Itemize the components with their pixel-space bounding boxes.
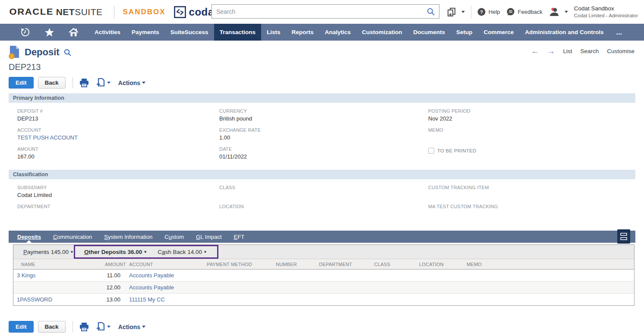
primary-col-2: CURRENCY British pound EXCHANGE RATE 1.0… — [211, 108, 420, 165]
field-posting-period: POSTING PERIOD Nov 2022 — [428, 108, 635, 122]
nav-item-documents[interactable]: Documents — [407, 24, 451, 41]
tab-deposits[interactable]: Deposits — [11, 231, 47, 243]
list-link[interactable]: List — [563, 48, 572, 54]
print-button[interactable] — [79, 78, 89, 88]
cell-name-link[interactable]: 3 Kings — [13, 270, 100, 282]
quicklinks: ← → List Search Customise — [531, 47, 635, 55]
classification-col-1: SUBSIDIARY Codat Limited DEPARTMENT — [9, 185, 211, 223]
attach-document-menu[interactable] — [95, 322, 110, 332]
back-arrow-button[interactable]: ← — [531, 47, 539, 55]
column-number: NUMBER — [271, 259, 314, 270]
cell-class — [369, 270, 414, 282]
create-new-menu[interactable] — [446, 7, 465, 17]
nav-item-commerce[interactable]: Commerce — [478, 24, 520, 41]
account-link[interactable]: TEST PUSH ACCOUNT — [17, 134, 211, 141]
cell-memo — [461, 294, 634, 306]
field-currency: CURRENCY British pound — [219, 108, 420, 122]
nav-item-setup[interactable]: Setup — [451, 24, 478, 41]
cell-department — [314, 270, 369, 282]
nav-item-suitesuccess[interactable]: SuiteSuccess — [165, 24, 214, 41]
chevron-down-icon — [142, 326, 145, 328]
cell-account-link[interactable]: 111115 My CC — [124, 294, 202, 306]
home-icon[interactable] — [61, 27, 85, 38]
cell-class — [369, 294, 414, 306]
column-memo: MEMO — [461, 259, 634, 270]
global-search-input[interactable] — [212, 8, 426, 15]
search-link[interactable]: Search — [580, 48, 599, 54]
record-tabs: Deposits Communication System Informatio… — [9, 231, 635, 243]
main-nav: Activities Payments SuiteSuccess Transac… — [0, 24, 644, 41]
chevron-down-icon — [107, 82, 110, 84]
cell-location — [414, 270, 461, 282]
column-payment-method: PAYMENT METHOD — [202, 259, 271, 270]
svg-text:?: ? — [480, 10, 483, 15]
tab-system-information[interactable]: System Information — [98, 231, 158, 243]
roles-menu[interactable] — [549, 7, 568, 17]
feedback-button[interactable]: Feedback — [506, 8, 543, 16]
primary-col-3: POSTING PERIOD Nov 2022 MEMO TO BE PRINT… — [420, 108, 635, 165]
toolbar-divider — [73, 77, 73, 89]
cell-number — [271, 294, 314, 306]
cell-location — [414, 282, 461, 294]
actions-menu[interactable]: Actions — [118, 323, 145, 330]
printer-icon — [79, 78, 89, 88]
nav-item-activities[interactable]: Activities — [89, 24, 126, 41]
field-date: DATE 01/11/2022 — [219, 146, 420, 160]
tab-gl-impact[interactable]: GL Impact — [190, 231, 228, 243]
customise-link[interactable]: Customise — [607, 48, 635, 54]
back-button[interactable]: Back — [38, 77, 66, 89]
recent-records-icon[interactable] — [13, 27, 37, 37]
subtab-cash-back[interactable]: Cash Back 14.00• — [152, 245, 212, 259]
global-search[interactable] — [212, 4, 439, 19]
cell-payment-method — [202, 294, 271, 306]
primary-information-fields: DEPOSIT # DEP213 ACCOUNT TEST PUSH ACCOU… — [9, 108, 635, 165]
nav-more-button[interactable]: ... — [609, 24, 629, 41]
sandbox-badge: SANDBOX — [123, 8, 166, 16]
tab-custom[interactable]: Custom — [158, 231, 190, 243]
to-be-printed-field: TO BE PRINTED — [428, 148, 635, 154]
nav-item-payments[interactable]: Payments — [126, 24, 165, 41]
print-button[interactable] — [79, 322, 89, 332]
table-row: 1PASSWORD 13.00 111115 My CC — [13, 294, 634, 306]
edit-button[interactable]: Edit — [9, 77, 34, 89]
column-account: ACCOUNT — [124, 259, 202, 270]
field-department: DEPARTMENT — [17, 204, 211, 217]
cell-amount: 13.00 — [100, 294, 124, 306]
subtab-other-deposits[interactable]: Other Deposits 36.00• — [79, 245, 152, 259]
cell-memo — [461, 282, 634, 294]
shortcuts-star-icon[interactable] — [37, 27, 61, 38]
record-id: DEP213 — [9, 62, 635, 72]
user-info[interactable]: Codat Sandbox Codat Limited - Administra… — [574, 5, 638, 19]
expand-subtabs-icon[interactable] — [617, 229, 630, 244]
cell-account-link[interactable]: Accounts Payable — [124, 282, 202, 294]
page-title: Deposit — [25, 47, 60, 58]
header-actions: ? Help Feedback Codat Sandbox Codat Limi… — [446, 0, 638, 24]
cell-memo — [461, 270, 634, 282]
tab-communication[interactable]: Communication — [47, 231, 98, 243]
nav-item-transactions[interactable]: Transactions — [214, 24, 261, 41]
tab-eft[interactable]: EFT — [228, 231, 251, 243]
nav-item-reports[interactable]: Reports — [286, 24, 319, 41]
to-be-printed-checkbox[interactable] — [428, 148, 434, 154]
help-button[interactable]: ? Help — [477, 8, 500, 16]
cell-account-link[interactable]: Accounts Payable — [124, 270, 202, 282]
back-button[interactable]: Back — [38, 321, 66, 333]
cell-payment-method — [202, 270, 271, 282]
attach-document-menu[interactable] — [95, 78, 110, 88]
actions-menu[interactable]: Actions — [118, 79, 145, 86]
netsuite-logo: NETSUITE — [56, 7, 103, 17]
cell-name-link[interactable]: 1PASSWORD — [13, 294, 100, 306]
help-icon: ? — [477, 8, 486, 16]
printer-icon — [79, 322, 89, 332]
primary-col-1: DEPOSIT # DEP213 ACCOUNT TEST PUSH ACCOU… — [9, 108, 211, 165]
nav-item-analytics[interactable]: Analytics — [319, 24, 356, 41]
edit-button[interactable]: Edit — [9, 321, 34, 333]
forward-arrow-button[interactable]: → — [547, 47, 555, 55]
field-custom-tracking-item: CUSTOM TRACKING ITEM — [428, 185, 635, 198]
subtab-payments[interactable]: Payments 145.00• — [18, 245, 79, 259]
search-icon[interactable] — [426, 7, 435, 16]
nav-item-customization[interactable]: Customization — [356, 24, 407, 41]
record-search-icon[interactable] — [63, 48, 72, 57]
nav-item-lists[interactable]: Lists — [261, 24, 286, 41]
nav-item-administration[interactable]: Administration and Controls — [519, 24, 609, 41]
